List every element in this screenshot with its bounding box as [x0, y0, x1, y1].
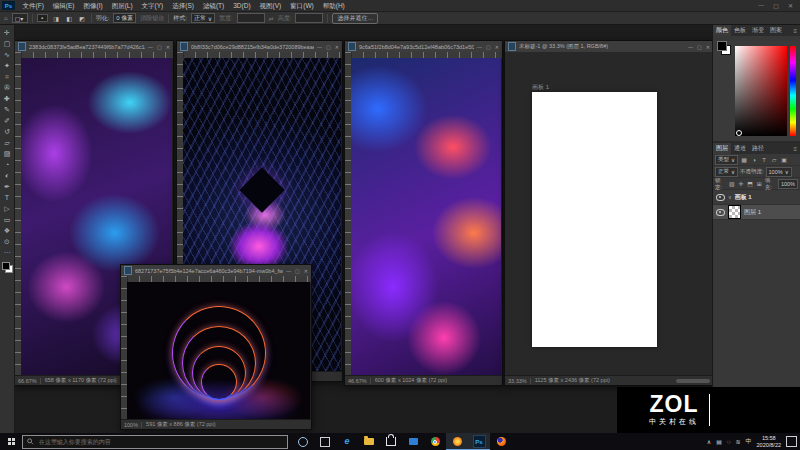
width-input[interactable] — [237, 13, 265, 23]
minimize-icon[interactable]: — — [148, 44, 153, 50]
action-center-icon[interactable] — [786, 436, 797, 447]
photoshop-taskbar-button[interactable]: Ps — [468, 433, 490, 450]
close-icon[interactable]: ✕ — [788, 2, 793, 9]
zoom-tool[interactable]: ⊙ — [1, 236, 13, 247]
panel-menu-icon[interactable]: ≡ — [793, 146, 800, 152]
history-brush-tool[interactable]: ↺ — [1, 126, 13, 137]
foreground-color-swatch[interactable] — [2, 262, 10, 270]
clock[interactable]: 15:58 2020/8/22 — [757, 435, 781, 448]
visibility-eye-icon[interactable] — [716, 194, 725, 201]
brush-tool[interactable]: ✎ — [1, 104, 13, 115]
path-selection-tool[interactable]: ▷ — [1, 203, 13, 214]
file-explorer-button[interactable] — [358, 433, 380, 450]
artboard-label[interactable]: 画板 1 — [532, 83, 549, 92]
maximize-icon[interactable]: ▢ — [486, 44, 491, 50]
close-icon[interactable]: ✕ — [335, 44, 339, 50]
crop-tool[interactable]: ⌗ — [1, 71, 13, 82]
dodge-tool[interactable]: ◐ — [1, 170, 13, 181]
lock-transparency-icon[interactable]: ▨ — [728, 180, 735, 187]
eyedropper-tool[interactable]: ✇ — [1, 82, 13, 93]
home-icon[interactable]: ⌂ — [4, 15, 8, 21]
mail-button[interactable] — [402, 433, 424, 450]
panel-menu-icon[interactable]: ≡ — [793, 28, 800, 34]
menu-filter[interactable]: 滤镜(T) — [198, 0, 228, 11]
magic-wand-tool[interactable]: ✦ — [1, 60, 13, 71]
layer-thumbnail[interactable] — [728, 205, 741, 219]
pen-tool[interactable]: ✒ — [1, 181, 13, 192]
horizontal-scrollbar[interactable] — [676, 379, 710, 383]
style-select[interactable]: 正常 ∨ — [191, 13, 215, 23]
menu-window[interactable]: 窗口(W) — [286, 0, 318, 11]
ime-indicator[interactable]: 中 — [746, 437, 752, 446]
tab-patterns[interactable]: 图案 — [767, 25, 785, 36]
menu-image[interactable]: 图像(I) — [79, 0, 107, 11]
foreground-background-swatch[interactable] — [2, 262, 13, 273]
zoom-level-input[interactable]: 46.67% — [348, 378, 371, 384]
lock-all-icon[interactable]: ⊞ — [756, 180, 763, 187]
menu-help[interactable]: 帮助(H) — [318, 0, 349, 11]
minimize-icon[interactable]: — — [477, 44, 482, 50]
marquee-tool[interactable]: ▢ — [1, 38, 13, 49]
close-icon[interactable]: ✕ — [166, 44, 170, 50]
intersect-selection-icon[interactable]: ◩ — [78, 15, 87, 22]
filter-type-select[interactable]: 类型 ∨ — [715, 155, 738, 165]
tray-battery-icon[interactable]: ≋ — [736, 438, 741, 445]
layer-row-artboard[interactable]: ∨ 画板 1 — [713, 190, 800, 205]
tool-preset-button[interactable]: ▢ ▾ — [12, 13, 28, 23]
subtract-selection-icon[interactable]: ◧ — [65, 15, 74, 22]
canvas-image-fluid[interactable] — [351, 58, 501, 376]
type-tool[interactable]: T — [1, 192, 13, 203]
new-selection-icon[interactable]: ▪ — [37, 14, 48, 22]
gradient-tool[interactable]: ▨ — [1, 148, 13, 159]
artboard-canvas[interactable] — [532, 92, 657, 347]
tray-expand-icon[interactable]: ∧ — [707, 438, 711, 445]
close-icon[interactable]: ✕ — [495, 44, 499, 50]
filter-shape-icon[interactable]: ▱ — [770, 156, 778, 163]
canvas-pasteboard[interactable]: 画板 1 — [505, 52, 713, 376]
tray-volume-icon[interactable]: ◌ — [727, 439, 731, 445]
search-input[interactable] — [37, 438, 283, 446]
tab-swatches[interactable]: 色板 — [731, 25, 749, 36]
taskbar-search[interactable] — [22, 435, 288, 449]
filter-type-icon[interactable]: T — [760, 157, 768, 163]
swap-dimensions-icon[interactable]: ⇄ — [269, 15, 274, 22]
minimize-icon[interactable]: — — [688, 44, 693, 50]
start-button[interactable] — [0, 433, 22, 450]
filter-adjustment-icon[interactable]: ◑ — [750, 157, 758, 163]
edit-toolbar-icon[interactable]: ⋯ — [1, 247, 13, 258]
artboard-name[interactable]: 画板 1 — [735, 193, 752, 202]
maximize-icon[interactable]: ▢ — [773, 2, 779, 9]
zoom-level-input[interactable]: 33.33% — [508, 378, 531, 384]
minimize-icon[interactable]: — — [317, 44, 322, 50]
eraser-tool[interactable]: ▱ — [1, 137, 13, 148]
menu-type[interactable]: 文字(Y) — [137, 0, 168, 11]
menu-layer[interactable]: 图层(L) — [107, 0, 137, 11]
zoom-level-input[interactable]: 66.67% — [18, 378, 41, 384]
hand-tool[interactable]: ❖ — [1, 225, 13, 236]
tab-gradients[interactable]: 渐变 — [749, 25, 767, 36]
blur-tool[interactable]: ◔ — [1, 159, 13, 170]
lasso-tool[interactable]: ∿ — [1, 49, 13, 60]
canvas-image-neon-rings[interactable] — [127, 282, 310, 420]
visibility-eye-icon[interactable] — [716, 209, 725, 216]
antialias-checkbox[interactable]: 消除锯齿 — [140, 14, 164, 23]
maximize-icon[interactable]: ▢ — [157, 44, 162, 50]
cortana-button[interactable] — [292, 433, 314, 450]
maximize-icon[interactable]: ▢ — [697, 44, 702, 50]
foreground-background-swatch[interactable] — [717, 41, 731, 55]
foreground-color-swatch[interactable] — [717, 41, 727, 51]
menu-3d[interactable]: 3D(D) — [229, 0, 255, 11]
tab-channels[interactable]: 通道 — [731, 143, 749, 154]
feather-input[interactable]: 0 像素 — [113, 13, 136, 23]
shape-tool[interactable]: ▭ — [1, 214, 13, 225]
healing-brush-tool[interactable]: ✚ — [1, 93, 13, 104]
menu-edit[interactable]: 编辑(E) — [48, 0, 79, 11]
clone-stamp-tool[interactable]: ✐ — [1, 115, 13, 126]
height-input[interactable] — [295, 13, 323, 23]
filter-smart-object-icon[interactable]: ▣ — [780, 156, 788, 163]
menu-file[interactable]: 文件(F) — [18, 0, 48, 11]
task-view-button[interactable] — [314, 433, 336, 450]
move-tool[interactable]: ✛ — [1, 27, 13, 38]
menu-view[interactable]: 视图(V) — [255, 0, 286, 11]
maximize-icon[interactable]: ▢ — [326, 44, 331, 50]
